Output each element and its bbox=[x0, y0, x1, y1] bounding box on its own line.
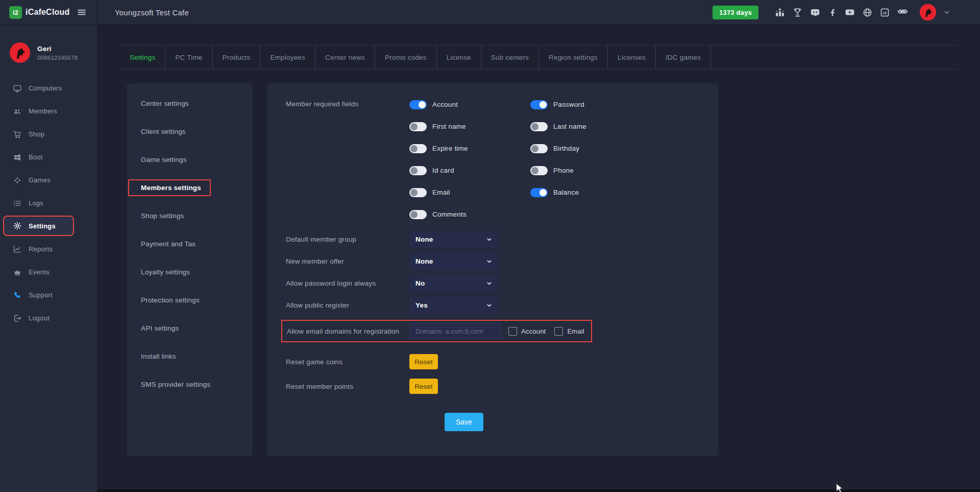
menu-item-center-settings[interactable]: Center settings bbox=[127, 89, 253, 118]
reset-game-coins-button[interactable]: Reset bbox=[409, 354, 438, 369]
sidebar-item-reports[interactable]: Reports bbox=[0, 238, 97, 261]
allow-password-login-select[interactable]: No bbox=[409, 275, 499, 292]
select-value: None bbox=[415, 236, 433, 243]
email-checkbox-wrap[interactable]: Email bbox=[554, 327, 584, 336]
toggle-expire-time[interactable] bbox=[409, 144, 427, 153]
menu-item-api-settings[interactable]: API settings bbox=[127, 314, 253, 342]
new-member-offer-select[interactable]: None bbox=[409, 253, 499, 270]
sidebar-item-computers[interactable]: Computers bbox=[0, 77, 97, 100]
toggle-phone[interactable] bbox=[530, 166, 548, 175]
email-checkbox[interactable] bbox=[554, 327, 563, 336]
sidebar-item-boot[interactable]: Boot bbox=[0, 146, 97, 169]
sidebar-item-label: Members bbox=[29, 107, 57, 115]
user-avatar[interactable] bbox=[919, 4, 937, 21]
menu-item-loyalty-settings[interactable]: Loyalty settings bbox=[127, 258, 253, 286]
menu-item-protection-settings[interactable]: Protection settings bbox=[127, 286, 253, 314]
sidebar-item-label: Boot bbox=[29, 153, 43, 161]
chevron-down-icon[interactable] bbox=[943, 9, 950, 16]
toggle-label: Comments bbox=[432, 210, 467, 218]
toggle-password[interactable] bbox=[530, 100, 548, 109]
main-content: Settings PC Time Products Employees Cent… bbox=[97, 25, 980, 492]
account-checkbox-wrap[interactable]: Account bbox=[508, 327, 546, 336]
field-label: Member required fields bbox=[286, 100, 409, 225]
field-label: Allow password login always bbox=[286, 279, 409, 287]
allow-email-domains-row: Allow email domains for registration Acc… bbox=[281, 320, 592, 342]
sidebar-item-events[interactable]: Events bbox=[0, 261, 97, 284]
discord-icon[interactable] bbox=[810, 7, 821, 18]
tab-license[interactable]: License bbox=[437, 45, 481, 69]
sidebar-nav: Computers Members Shop Boot Games Logs S… bbox=[0, 77, 97, 330]
toggle-comments[interactable] bbox=[409, 210, 427, 219]
tab-sub-centers[interactable]: Sub centers bbox=[481, 45, 539, 69]
toggle-label: Phone bbox=[553, 167, 574, 174]
user-phone: 008612345678 bbox=[37, 55, 78, 61]
menu-item-payment-and-tax[interactable]: Payment and Tax bbox=[127, 230, 253, 258]
allow-public-register-select[interactable]: Yes bbox=[409, 297, 499, 314]
chevron-down-icon bbox=[486, 280, 493, 287]
reset-member-points-button[interactable]: Reset bbox=[409, 379, 438, 394]
license-days-badge[interactable]: 1373 days bbox=[713, 6, 758, 19]
ranking-icon[interactable] bbox=[774, 7, 786, 18]
tab-idc-games[interactable]: IDC games bbox=[656, 45, 711, 69]
checkbox-label: Account bbox=[521, 327, 546, 335]
tab-center-news[interactable]: Center news bbox=[315, 45, 375, 69]
toggle-email[interactable] bbox=[409, 188, 427, 197]
toggle-balance[interactable] bbox=[530, 188, 548, 197]
sidebar-item-members[interactable]: Members bbox=[0, 100, 97, 123]
toggle-birthday[interactable] bbox=[530, 144, 548, 153]
tab-pc-time[interactable]: PC Time bbox=[165, 45, 212, 69]
sidebar-item-label: Shop bbox=[29, 130, 44, 138]
sidebar-item-label: Games bbox=[29, 176, 51, 184]
layers-icon[interactable] bbox=[897, 7, 909, 18]
save-row: Save bbox=[286, 413, 719, 431]
tab-licenses[interactable]: Licenses bbox=[608, 45, 656, 69]
toggle-label: First name bbox=[432, 123, 466, 130]
members-settings-form: Member required fields Account Password … bbox=[266, 83, 719, 456]
tab-promo-codes[interactable]: Promo codes bbox=[375, 45, 437, 69]
required-fields-toggle-grid: Account Password First name Last name Ex… bbox=[409, 93, 651, 225]
save-button[interactable]: Save bbox=[445, 413, 483, 431]
toggle-first-name[interactable] bbox=[409, 122, 427, 131]
menu-item-game-settings[interactable]: Game settings bbox=[127, 146, 253, 174]
facebook-icon[interactable] bbox=[827, 7, 838, 17]
sidebar-item-settings[interactable]: Settings bbox=[3, 216, 74, 236]
tab-employees[interactable]: Employees bbox=[260, 45, 315, 69]
allow-password-login-row: Allow password login always No bbox=[286, 272, 719, 294]
field-label: Allow email domains for registration bbox=[287, 327, 410, 335]
sidebar-item-label: Reports bbox=[29, 245, 53, 253]
menu-item-install-links[interactable]: Install links bbox=[127, 342, 253, 370]
toggle-account[interactable] bbox=[409, 100, 427, 109]
tab-region-settings[interactable]: Region settings bbox=[539, 45, 608, 69]
sidebar-item-logout[interactable]: Logout bbox=[0, 307, 97, 330]
sidebar: Geri 008612345678 Computers Members Shop… bbox=[0, 25, 97, 492]
sidebar-item-shop[interactable]: Shop bbox=[0, 123, 97, 146]
screen-bottom-edge bbox=[0, 489, 980, 492]
hamburger-menu-icon[interactable] bbox=[77, 7, 87, 17]
tab-products[interactable]: Products bbox=[213, 45, 261, 69]
user-block[interactable]: Geri 008612345678 bbox=[0, 25, 97, 68]
sidebar-item-label: Events bbox=[29, 268, 50, 276]
menu-item-shop-settings[interactable]: Shop settings bbox=[127, 202, 253, 230]
sidebar-item-logs[interactable]: Logs bbox=[0, 192, 97, 215]
default-member-group-select[interactable]: None bbox=[409, 231, 499, 248]
account-checkbox[interactable] bbox=[508, 327, 517, 336]
youtube-icon[interactable] bbox=[844, 7, 855, 18]
menu-item-members-settings[interactable]: Members settings bbox=[128, 179, 211, 196]
trophy-icon[interactable] bbox=[792, 7, 803, 18]
toggle-last-name[interactable] bbox=[530, 122, 548, 131]
sidebar-item-games[interactable]: Games bbox=[0, 169, 97, 192]
email-domains-input[interactable] bbox=[410, 323, 501, 339]
menu-item-client-settings[interactable]: Client settings bbox=[127, 118, 253, 146]
chevron-down-icon bbox=[486, 236, 493, 243]
sidebar-item-support[interactable]: Support bbox=[0, 284, 97, 307]
toggle-label: Id card bbox=[432, 167, 454, 174]
reset-member-points-row: Reset member points Reset bbox=[286, 374, 719, 399]
menu-item-sms-provider-settings[interactable]: SMS provider settings bbox=[127, 370, 253, 399]
toggle-id-card[interactable] bbox=[409, 166, 427, 175]
checkbox-label: Email bbox=[567, 327, 584, 335]
field-label: Allow public register bbox=[286, 301, 409, 309]
tab-settings[interactable]: Settings bbox=[120, 45, 165, 69]
mouse-cursor bbox=[834, 482, 845, 492]
icafecloud-icon[interactable]: i2 bbox=[879, 7, 890, 18]
globe-icon[interactable] bbox=[862, 7, 873, 18]
